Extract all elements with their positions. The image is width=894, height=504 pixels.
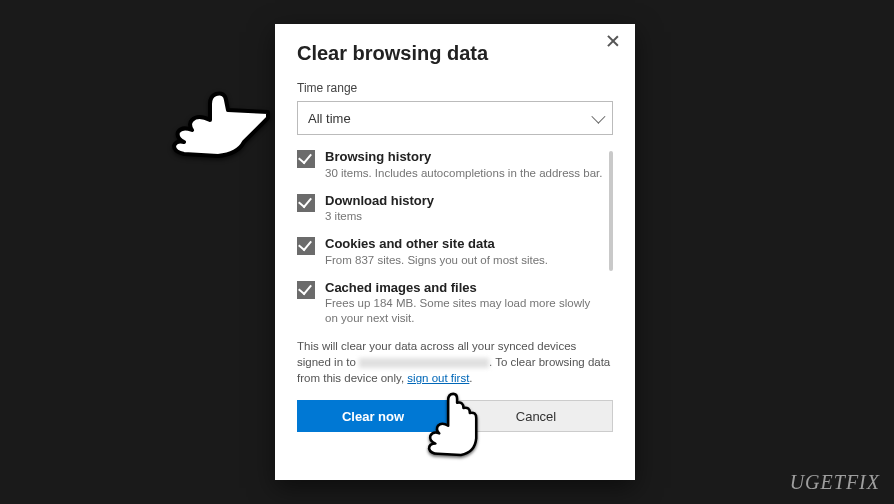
time-range-label: Time range xyxy=(297,81,613,95)
pointer-hand-icon xyxy=(158,72,278,162)
time-range-value: All time xyxy=(308,111,351,126)
sign-out-link[interactable]: sign out first xyxy=(407,372,469,384)
option-subtitle: 30 items. Includes autocompletions in th… xyxy=(325,166,602,181)
note-text: . xyxy=(469,372,472,384)
checkbox-cookies[interactable] xyxy=(297,237,315,255)
cancel-button[interactable]: Cancel xyxy=(459,400,613,432)
option-title: Cookies and other site data xyxy=(325,236,548,252)
watermark: UGETFIX xyxy=(790,471,880,494)
scrollbar[interactable] xyxy=(609,151,613,271)
redacted-account xyxy=(359,358,489,368)
checkbox-download-history[interactable] xyxy=(297,194,315,212)
options-list: Browsing history 30 items. Includes auto… xyxy=(297,149,613,326)
chevron-down-icon xyxy=(591,110,605,124)
dialog-title: Clear browsing data xyxy=(297,42,613,65)
option-title: Browsing history xyxy=(325,149,602,165)
checkbox-cached[interactable] xyxy=(297,281,315,299)
clear-now-button[interactable]: Clear now xyxy=(297,400,449,432)
option-cached: Cached images and files Frees up 184 MB.… xyxy=(297,280,603,326)
option-browsing-history: Browsing history 30 items. Includes auto… xyxy=(297,149,603,181)
option-subtitle: From 837 sites. Signs you out of most si… xyxy=(325,253,548,268)
option-subtitle: Frees up 184 MB. Some sites may load mor… xyxy=(325,296,603,326)
checkbox-browsing-history[interactable] xyxy=(297,150,315,168)
close-icon[interactable] xyxy=(605,34,621,50)
time-range-select[interactable]: All time xyxy=(297,101,613,135)
clear-browsing-data-dialog: Clear browsing data Time range All time … xyxy=(275,24,635,480)
option-download-history: Download history 3 items xyxy=(297,193,603,225)
sync-note: This will clear your data across all you… xyxy=(297,338,613,386)
option-title: Cached images and files xyxy=(325,280,603,296)
dialog-buttons: Clear now Cancel xyxy=(297,400,613,432)
option-subtitle: 3 items xyxy=(325,209,434,224)
option-title: Download history xyxy=(325,193,434,209)
option-cookies: Cookies and other site data From 837 sit… xyxy=(297,236,603,268)
